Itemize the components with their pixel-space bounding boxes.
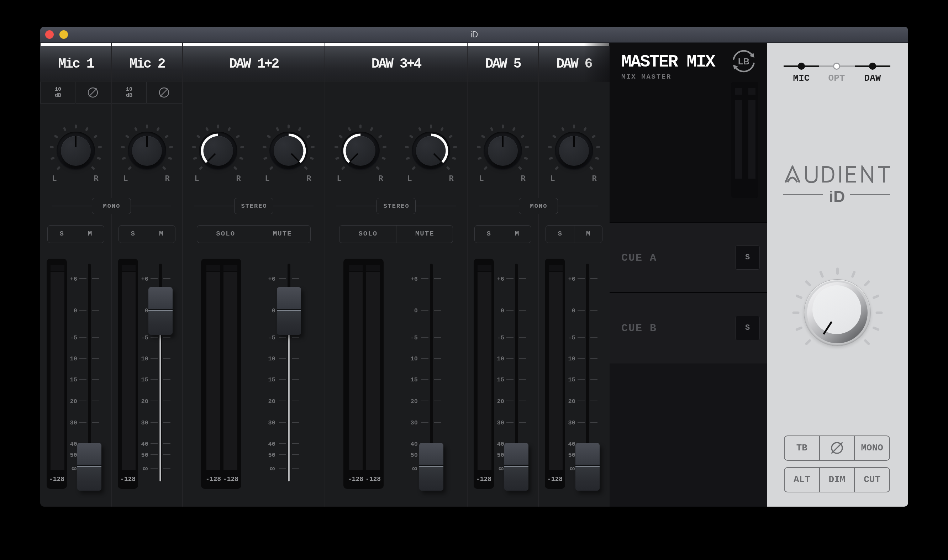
- svg-text:LB: LB: [738, 57, 749, 66]
